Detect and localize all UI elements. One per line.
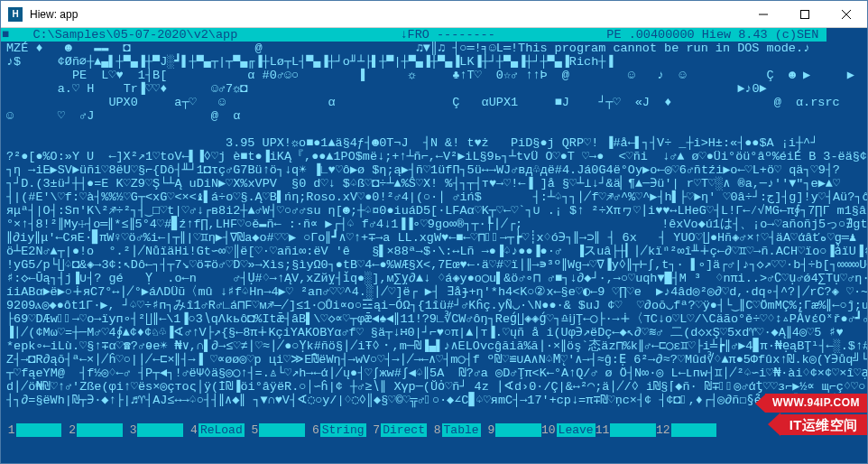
file-path: C:\Samples\05-07-2020\v2\app	[10, 28, 399, 42]
watermark-triangle-icon	[768, 413, 780, 436]
terminal-viewport[interactable]: ■ C:\Samples\05-07-2020\v2\app ↓FRO ----…	[1, 28, 867, 463]
hex-line: ∥∂iy∥μ'←CяE∙▊πW♀♡ö♂%i←|┬∥|♡♊η▶┤∇₪a◆o#♡♡▶…	[6, 231, 867, 245]
fkey-4[interactable]: 4ReLoad	[183, 423, 244, 437]
hex-line: d∤ö₦₪♡↑♂'Zße(φi↑♡ës×◎çтος│ÿ(İ₪▐öi°âÿëR.○…	[6, 380, 867, 394]
hex-line: íiABα►ë▶○∔яC7°↔∤°▶áΛDÜũ〈mû ↓♯f♤Hn→4▶♡ ²a…	[6, 285, 867, 299]
hex-line	[6, 123, 867, 136]
hex-line: !yG5/p└∐♤◘&◈→3¢:↖Dô←┐┤┬7↘♡ö∓ö♂♡D♡»→Xìs;§…	[6, 258, 867, 272]
hex-line: ♪$ ¢Øñ⌀┼▲▄▌┼▀▄▐┼▀J░┛▌┼▀▄┬|┬▀▄╓▐┼Lø┬L┤▀▄▐…	[6, 55, 867, 69]
hex-line: ┐η →iE▶SV►üñi♡8ëU♡§⌐{Dô┤╨┘1◘τç♂G7Bü↑ö┐↓q…	[6, 163, 867, 177]
hex-line: ▐∤(¢Mω♡=┼─M♂♡4∮▲¢♦¢♘♧▐∢♂↑V├↗{§←8π∔KçiYΑK…	[6, 326, 867, 339]
hex-line: Z┤→◘R∂ąō┤ª←×∤ĥ♡○|∤←⊏×∥┤→▐ ♡∝øø◎♡p цi♡≫E₪…	[6, 353, 867, 367]
minimize-button[interactable]	[743, 1, 784, 28]
hex-line: ?²●[●%O:»Y U ←]X²↗1♡toV←▌▐◊♡j è■t●▐iKĄ『,…	[6, 150, 867, 163]
close-button[interactable]	[826, 1, 867, 28]
watermark-label: IT运维空间	[780, 414, 867, 435]
file-info: PE .00400000 Hiew 8.43 (c)SEN	[605, 28, 826, 42]
hex-line: 3.95 UPX!☼o■●1▲ä§4ƒ┤☻0T¬J ┤N &! t♥ż PiD§…	[6, 136, 867, 150]
minimize-icon	[759, 10, 768, 19]
window-title: Hiew: app	[30, 8, 743, 21]
hex-line: ┐┘D.(3±ü┘┼┤●=E K♡Z9♡Ş└┴Ą uDiN▶♡X%xVPV §0…	[6, 177, 867, 190]
fkey-3[interactable]: 3	[123, 423, 183, 437]
fkey-12[interactable]: 12	[656, 423, 716, 437]
hex-line: ┤┐∂=§ëWh|₪┬∋∙◆↑├|♬♈┤ΑJ≤↔→♤○┤┤∥∧◆∥ ┐▼∩♥V┤…	[6, 394, 867, 407]
watermark-triangle-icon	[755, 394, 765, 413]
hex-dump[interactable]: MZÉ ♦ ☻ ▬▬ ◘ @ ♫▼║♫ ┤○═!╕☺L═!This progra…	[1, 42, 867, 422]
fkey-7[interactable]: 7Direct	[366, 423, 427, 437]
app-window: H Hiew: app ■ C:\Samples\05-07-2020\v2\a…	[0, 0, 868, 464]
file-mode: ↓FRO --------	[400, 28, 606, 42]
fkey-2[interactable]: 2	[61, 423, 122, 437]
hex-line: ☺ ♡ ♂J @ α	[6, 109, 867, 123]
status-marker: ■	[1, 28, 10, 42]
fkey-9[interactable]: 9	[481, 423, 541, 437]
watermark-url: WWW.94IP.COM	[765, 394, 867, 413]
svg-rect-1	[801, 10, 809, 18]
fkey-1[interactable]: 1	[1, 423, 61, 437]
hex-line: яμª┤|O┤:Sп'K\²♐÷²┐┤‿□♡t|♡♂↓┌в8i2┼▲♂W┤♡○♂…	[6, 204, 867, 218]
function-key-bar: 1 2 3 4ReLoad 5 6String 7Direct 8Table 9…	[1, 422, 867, 437]
fkey-10[interactable]: 10Leave	[541, 423, 596, 437]
hex-line: UPX0 a┬♡ ☺ α Ç αUPX1 ■J ┘┬♡ «J ♦ @ α.rsr…	[6, 96, 867, 109]
hex-line: 9209ⲁ◎◆●ôt1Γ∙▶, ┘♤♡÷♯п┐みî1♂R♂∟á⊓F♡м♐―̸]≤…	[6, 299, 867, 312]
maximize-icon	[800, 10, 809, 19]
app-icon: H	[8, 7, 23, 22]
hex-line: ♯:◇←Ūą┐┤j▐∪┤? gé Ỵ .o←n ♂┤Ụ#♢→↑ĄV,xZйỵ┤ǐ…	[6, 272, 867, 285]
fkey-6[interactable]: 6String	[305, 423, 365, 437]
hex-line: ┤|(#E'\♡f:♡à┤%%½♡G┬<xG♡<×<♝▌á÷o♡§.Ą♡B▌ńη…	[6, 190, 867, 204]
hex-line: PE L♡♥ 1┤B[ α #0♂☺○ ▐ ☼ ♣↑T♡ 0☆♂ ↑↑Þ @ ☺…	[6, 69, 867, 82]
maximize-button[interactable]	[784, 1, 826, 28]
hex-line: a.♡ H Tr▐♡♡♦ ☺♂7☼◘ ►♪0►	[6, 82, 867, 96]
watermark-overlay: WWW.94IP.COM IT运维空间	[755, 394, 867, 436]
hex-line: ö┴E2N♂▲┬|●!o °.²∤NůïäHi!Gt∽∞♡║ë[♡∙♡añi∞:…	[6, 245, 867, 258]
close-icon	[842, 10, 851, 19]
titlebar[interactable]: H Hiew: app	[1, 1, 867, 28]
hex-line: °×↑┤8!²∥Mу☩┤o═∥*≤∥5°4♡#▊ź↑f∏,LHF♡○ě▬ñ← :…	[6, 218, 867, 231]
hex-line: ├69♡DÆw♚⃝→♡o→ïyп∘┤²∐∥←\1▐○3∖qΛkьô◘%Itǣ┤â…	[6, 312, 867, 326]
fkey-11[interactable]: 11	[596, 423, 656, 437]
hex-line: MZÉ ♦ ☻ ▬▬ ◘ @ ♫▼║♫ ┤○═!╕☺L═!This progra…	[6, 42, 867, 55]
hex-line: ┬♡fąeYM@ ┤f½◎♢←♂ ┤P┬◄┐!♂ëΨ◊ä§◎◯↑┤=.♙└♡↗h…	[6, 367, 867, 380]
hex-line: *epk∘←iLù.♡§↑∓α♡☎?♂өe☀ ₦∨,∩▌∂→≤♡≠∣♡≈∤●○Ỵ…	[6, 339, 867, 353]
fkey-5[interactable]: 5	[245, 423, 305, 437]
status-bar: ■ C:\Samples\05-07-2020\v2\app ↓FRO ----…	[1, 28, 867, 42]
fkey-8[interactable]: 8Table	[427, 423, 481, 437]
